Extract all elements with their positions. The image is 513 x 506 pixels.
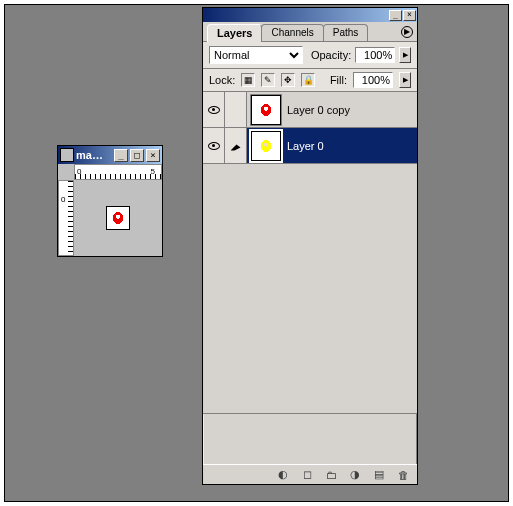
layer-thumbnail[interactable] <box>251 131 281 161</box>
panel-titlebar[interactable]: _ × <box>203 8 417 22</box>
layer-row[interactable]: Layer 0 copy <box>203 92 417 128</box>
layer-mask-icon[interactable]: ◻ <box>297 467 317 483</box>
layer-row[interactable]: Layer 0 <box>203 128 417 164</box>
layer-name[interactable]: Layer 0 <box>285 140 417 152</box>
blend-mode-select[interactable]: Normal <box>209 46 303 64</box>
tab-channels[interactable]: Channels <box>261 24 323 41</box>
opacity-input[interactable] <box>355 47 395 63</box>
panel-menu-icon[interactable]: ▶ <box>401 26 413 38</box>
canvas-sprite-icon <box>111 211 125 225</box>
link-toggle[interactable] <box>225 128 247 163</box>
link-toggle[interactable] <box>225 92 247 127</box>
thumb-sprite-icon <box>259 139 273 153</box>
opacity-label: Opacity: <box>311 49 351 61</box>
fill-input[interactable] <box>353 72 393 88</box>
blend-opacity-row: Normal Opacity: ▶ <box>203 42 417 69</box>
layer-name[interactable]: Layer 0 copy <box>285 104 417 116</box>
canvas-area[interactable] <box>74 180 162 256</box>
document-body <box>58 164 162 256</box>
eye-icon <box>208 106 220 114</box>
close-button[interactable]: × <box>146 149 160 162</box>
thumb-sprite-icon <box>259 103 273 117</box>
eye-icon <box>208 142 220 150</box>
minimize-button[interactable]: _ <box>114 149 128 162</box>
layer-list: Layer 0 copy Layer 0 <box>203 92 417 414</box>
tab-paths[interactable]: Paths <box>323 24 369 41</box>
brush-icon <box>231 141 241 151</box>
fill-label: Fill: <box>330 74 347 86</box>
lock-all-icon[interactable]: 🔒 <box>301 73 315 87</box>
panel-bottom-bar: ◐ ◻ 🗀 ◑ ▤ 🗑 <box>203 464 417 484</box>
lock-pixels-icon[interactable]: ✎ <box>261 73 275 87</box>
panel-close-button[interactable]: × <box>403 10 416 21</box>
document-icon <box>60 148 74 162</box>
fill-flyout-icon[interactable]: ▶ <box>399 72 411 88</box>
panel-minimize-button[interactable]: _ <box>389 10 402 21</box>
lock-fill-row: Lock: ▦ ✎ ✥ 🔒 Fill: ▶ <box>203 69 417 92</box>
document-window: ma… _ □ × <box>57 145 163 257</box>
lock-position-icon[interactable]: ✥ <box>281 73 295 87</box>
new-layer-icon[interactable]: ▤ <box>369 467 389 483</box>
delete-layer-icon[interactable]: 🗑 <box>393 467 413 483</box>
adjustment-layer-icon[interactable]: ◑ <box>345 467 365 483</box>
workspace: ma… _ □ × _ × Layers Channels Paths ▶ <box>4 4 509 502</box>
lock-label: Lock: <box>209 74 235 86</box>
ruler-horizontal <box>74 164 162 180</box>
visibility-toggle[interactable] <box>203 92 225 127</box>
layers-panel: _ × Layers Channels Paths ▶ Normal Opaci… <box>202 7 418 485</box>
canvas[interactable] <box>106 206 130 230</box>
visibility-toggle[interactable] <box>203 128 225 163</box>
document-titlebar[interactable]: ma… _ □ × <box>58 146 162 164</box>
ruler-vertical <box>58 180 74 256</box>
maximize-button[interactable]: □ <box>130 149 144 162</box>
new-group-icon[interactable]: 🗀 <box>321 467 341 483</box>
panel-tabs: Layers Channels Paths ▶ <box>203 22 417 42</box>
layer-style-icon[interactable]: ◐ <box>273 467 293 483</box>
document-title: ma… <box>76 149 112 161</box>
layer-thumbnail[interactable] <box>251 95 281 125</box>
lock-transparency-icon[interactable]: ▦ <box>241 73 255 87</box>
opacity-flyout-icon[interactable]: ▶ <box>399 47 411 63</box>
tab-layers[interactable]: Layers <box>207 24 262 42</box>
